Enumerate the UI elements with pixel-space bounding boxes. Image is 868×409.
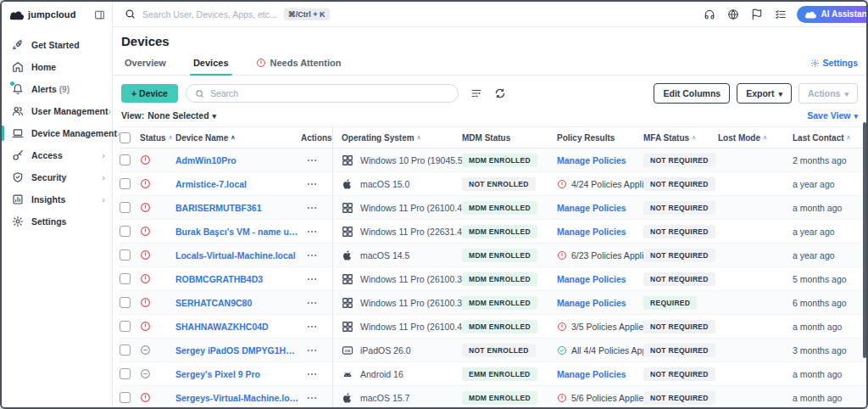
table-row: AdmWin10ProWindows 10 Pro (19045.5679)MD…	[120, 148, 866, 172]
policy-warning-icon	[557, 393, 567, 403]
ai-assistant-label: AI Assistant	[821, 9, 868, 19]
select-all-checkbox[interactable]	[120, 132, 131, 143]
row-checkbox[interactable]	[120, 249, 131, 261]
sidebar-item-user-management[interactable]: User Management›	[2, 100, 112, 122]
row-actions-menu-icon[interactable]	[306, 273, 318, 285]
device-name-link[interactable]: Sergeys-Virtual-Machine.local	[175, 393, 301, 403]
tab-overview[interactable]: Overview	[121, 52, 170, 75]
os-cell: macOS 15.0	[333, 178, 462, 190]
device-name-link[interactable]: Burak Başcı's VM - name update	[175, 227, 301, 237]
manage-policies-link[interactable]: Manage Policies	[557, 274, 626, 284]
device-name-link[interactable]: Locals-Virtual-Machine.local	[175, 250, 296, 261]
sidebar-item-device-management[interactable]: Device Management›	[2, 122, 112, 144]
policy-warning-icon	[557, 250, 567, 261]
device-name-link[interactable]: BARISERMUTBF361	[175, 203, 262, 213]
status-alert-icon	[140, 249, 151, 261]
global-search-input[interactable]: Search User, Devices, Apps, etc... ⌘/Ctr…	[125, 8, 330, 20]
row-actions-menu-icon[interactable]	[306, 321, 318, 333]
row-checkbox[interactable]	[120, 321, 131, 332]
refresh-icon[interactable]	[494, 87, 506, 99]
column-header-operating-system[interactable]: Operating System∧	[333, 133, 462, 143]
row-checkbox[interactable]	[120, 226, 131, 237]
device-name-link[interactable]: Sergey iPadOS DMPYG1HDKD6L	[175, 345, 301, 356]
manage-policies-link[interactable]: Manage Policies	[557, 227, 626, 237]
last-contact-cell: a month ago	[793, 322, 867, 332]
sidebar-collapse-icon[interactable]	[94, 9, 105, 20]
row-checkbox[interactable]	[120, 178, 131, 189]
rocket-icon	[12, 39, 24, 51]
manage-policies-link[interactable]: Manage Policies	[557, 203, 626, 213]
actions-button[interactable]: Actions	[798, 83, 858, 104]
row-checkbox[interactable]	[120, 202, 131, 213]
row-actions-menu-icon[interactable]	[306, 368, 318, 380]
tab-needs-attention[interactable]: Needs Attention	[253, 52, 345, 75]
vertical-scrollbar[interactable]	[863, 122, 866, 358]
device-name-link[interactable]: Sergey's Pixel 9 Pro	[175, 369, 260, 379]
column-header-status[interactable]: Status∧	[140, 133, 175, 143]
device-name-link[interactable]: AdmWin10Pro	[175, 155, 236, 165]
manage-policies-link[interactable]: Manage Policies	[557, 298, 626, 308]
column-label: Policy Results	[557, 133, 615, 143]
apple-icon	[342, 392, 353, 404]
row-checkbox[interactable]	[120, 297, 131, 308]
column-header-mfa-status[interactable]: MFA Status∧	[643, 133, 718, 143]
row-actions-menu-icon[interactable]	[306, 226, 318, 238]
android-icon	[342, 368, 353, 380]
list-checks-icon[interactable]	[775, 8, 787, 20]
column-label: Actions	[301, 133, 332, 143]
row-actions-menu-icon[interactable]	[306, 249, 318, 261]
device-name-link[interactable]: SERHATCAN9C80	[175, 298, 252, 308]
row-actions-menu-icon[interactable]	[306, 154, 318, 166]
column-header-device-name[interactable]: Device Name∧	[175, 133, 301, 143]
headset-icon[interactable]	[704, 8, 715, 20]
row-checkbox[interactable]	[120, 273, 131, 284]
mdm-status-badge: MDM ENROLLED	[462, 272, 537, 286]
device-name-link[interactable]: Armistice-7.local	[175, 179, 247, 189]
manage-policies-link[interactable]: Manage Policies	[557, 369, 626, 379]
export-button[interactable]: Export	[737, 83, 792, 104]
policy-results-cell: 4/24 Policies Applied	[557, 179, 643, 189]
os-label: Android 16	[360, 369, 403, 379]
page-settings-link[interactable]: Settings	[810, 58, 858, 75]
last-contact-cell: 2 months ago	[793, 155, 867, 165]
view-selector[interactable]: None Selected	[147, 110, 216, 120]
sidebar-item-insights[interactable]: Insights›	[2, 188, 112, 210]
row-actions-menu-icon[interactable]	[306, 392, 318, 404]
row-actions-menu-icon[interactable]	[306, 178, 318, 190]
row-checkbox[interactable]	[120, 392, 131, 403]
mdm-status-badge: NOT ENROLLED	[462, 344, 536, 357]
device-name-link[interactable]: ROBMCGRATHB4D3	[175, 274, 263, 284]
save-view-link[interactable]: Save View	[807, 110, 858, 120]
add-device-button[interactable]: + Device	[121, 84, 178, 103]
flag-icon[interactable]	[751, 8, 763, 20]
row-checkbox[interactable]	[120, 345, 131, 356]
table-row: Burak Başcı's VM - name updateWindows 11…	[120, 220, 866, 244]
manage-policies-link[interactable]: Manage Policies	[557, 155, 626, 165]
sidebar-item-home[interactable]: Home	[2, 56, 112, 78]
last-contact-cell: a year ago	[793, 227, 867, 237]
row-checkbox[interactable]	[120, 368, 131, 379]
row-actions-menu-icon[interactable]	[306, 202, 318, 214]
tab-devices[interactable]: Devices	[190, 52, 232, 75]
row-actions-menu-icon[interactable]	[306, 345, 318, 356]
sidebar-nav: Get StartedHomeAlerts(9)User Management›…	[2, 27, 112, 233]
sidebar-item-alerts[interactable]: Alerts(9)	[2, 78, 112, 100]
ai-assistant-button[interactable]: AI Assistant	[797, 6, 868, 23]
policy-results-cell: 6/23 Policies Applied	[557, 250, 643, 261]
mfa-status-cell: NOT REQUIRED	[643, 225, 718, 238]
column-header-lost-mode[interactable]: Lost Mode∧	[718, 133, 793, 143]
column-header-last-contact[interactable]: Last Contact∧	[793, 133, 867, 143]
filter-icon[interactable]	[470, 87, 482, 99]
edit-columns-button[interactable]: Edit Columns	[654, 83, 730, 104]
table-search-input[interactable]: Search	[186, 84, 459, 103]
sidebar-item-settings[interactable]: Settings	[2, 210, 112, 233]
globe-icon[interactable]	[727, 8, 739, 20]
sidebar-item-get-started[interactable]: Get Started	[2, 34, 112, 56]
row-actions-menu-icon[interactable]	[306, 297, 318, 309]
policy-results-text: 3/5 Policies Applied	[571, 322, 643, 332]
os-label: macOS 14.5	[360, 250, 409, 261]
row-checkbox[interactable]	[120, 154, 131, 165]
sidebar-item-access[interactable]: Access›	[2, 144, 112, 166]
device-name-link[interactable]: SHAHNAWAZKHC04D	[175, 322, 269, 332]
sidebar-item-security[interactable]: Security›	[2, 166, 112, 188]
